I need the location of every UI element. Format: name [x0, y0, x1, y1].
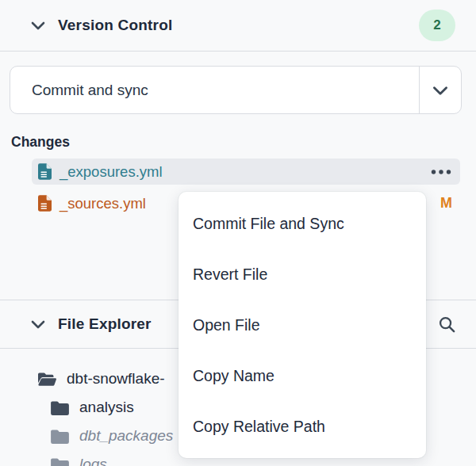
- file-options-dots-icon[interactable]: [430, 169, 452, 175]
- file-search-button[interactable]: [435, 312, 459, 336]
- version-control-panel: Version Control 2 Commit and sync Change…: [0, 0, 476, 466]
- file-context-menu: Commit File and Sync Revert File Open Fi…: [178, 192, 426, 458]
- folder-icon: [51, 429, 69, 444]
- folder-open-icon: [38, 372, 56, 387]
- menu-item-open-file[interactable]: Open File: [178, 300, 426, 350]
- changed-file-name: _sources.yml: [60, 195, 146, 212]
- yaml-file-icon: [38, 163, 52, 180]
- folder-icon: [51, 457, 69, 466]
- tree-item-label: logs: [79, 456, 107, 466]
- version-control-title: Version Control: [58, 17, 172, 34]
- file-explorer-title: File Explorer: [58, 315, 152, 333]
- chevron-down-icon: [430, 80, 451, 101]
- folder-icon: [51, 400, 69, 415]
- version-control-header[interactable]: Version Control 2: [0, 0, 476, 52]
- commit-action-select[interactable]: Commit and sync: [10, 66, 462, 114]
- changes-section-label: Changes: [11, 134, 70, 151]
- tree-item-label: analysis: [79, 399, 134, 416]
- commit-select-dropdown-toggle[interactable]: [419, 67, 461, 113]
- tree-item-label: dbt_packages: [79, 427, 173, 445]
- modified-status-badge: M: [440, 195, 452, 212]
- yaml-file-icon: [38, 195, 52, 212]
- changed-file-name: _exposures.yml: [60, 163, 163, 181]
- menu-item-copy-relative-path[interactable]: Copy Relative Path: [178, 401, 426, 452]
- menu-item-commit-file-and-sync[interactable]: Commit File and Sync: [178, 198, 426, 249]
- menu-item-revert-file[interactable]: Revert File: [178, 249, 426, 300]
- search-icon: [438, 315, 456, 334]
- chevron-down-icon[interactable]: [29, 315, 48, 334]
- chevron-down-icon[interactable]: [29, 16, 48, 35]
- changes-count-badge: 2: [419, 10, 455, 41]
- commit-action-value: Commit and sync: [10, 67, 419, 113]
- tree-item-label: dbt-snowflake-: [67, 370, 165, 388]
- menu-item-copy-name[interactable]: Copy Name: [178, 350, 426, 401]
- changed-file-row-exposures[interactable]: _exposures.yml: [32, 159, 460, 185]
